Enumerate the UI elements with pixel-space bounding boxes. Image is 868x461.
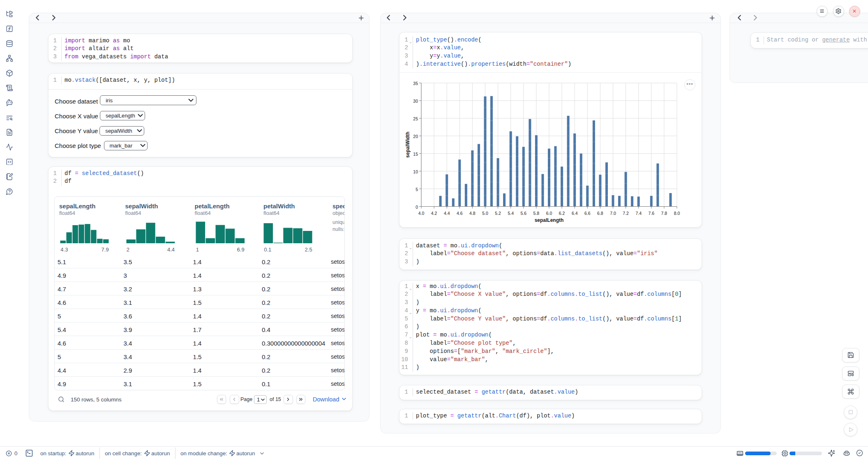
svg-text:sepalWidth: sepalWidth: [405, 131, 411, 158]
svg-text:6.8: 6.8: [597, 211, 603, 216]
svg-text:7.8: 7.8: [661, 211, 667, 216]
svg-text:7.0: 7.0: [610, 211, 616, 216]
svg-text:6.0: 6.0: [546, 211, 552, 216]
svg-text:5.6: 5.6: [520, 211, 526, 216]
svg-text:7.2: 7.2: [623, 211, 629, 216]
svg-text:7.6: 7.6: [648, 211, 654, 216]
svg-text:15: 15: [413, 152, 418, 157]
svg-text:7.4: 7.4: [635, 211, 642, 216]
svg-text:5.4: 5.4: [508, 211, 514, 216]
svg-text:4.6: 4.6: [457, 211, 463, 216]
svg-text:10: 10: [413, 169, 418, 174]
svg-text:25: 25: [413, 116, 418, 121]
svg-text:0: 0: [416, 205, 418, 210]
svg-text:8.0: 8.0: [674, 211, 680, 216]
svg-text:4.0: 4.0: [418, 211, 425, 216]
svg-text:4.4: 4.4: [444, 211, 450, 216]
svg-text:6.4: 6.4: [572, 211, 578, 216]
svg-text:5.8: 5.8: [533, 211, 540, 216]
svg-text:4.2: 4.2: [431, 211, 437, 216]
svg-text:35: 35: [413, 81, 418, 86]
svg-text:5: 5: [416, 187, 418, 192]
svg-text:5.0: 5.0: [482, 211, 488, 216]
svg-text:20: 20: [413, 134, 418, 139]
svg-text:sepalLength: sepalLength: [535, 217, 564, 223]
svg-text:6.6: 6.6: [584, 211, 591, 216]
svg-text:6.2: 6.2: [559, 211, 565, 216]
svg-text:30: 30: [413, 99, 418, 104]
svg-text:4.8: 4.8: [469, 211, 476, 216]
svg-text:5.2: 5.2: [495, 211, 501, 216]
